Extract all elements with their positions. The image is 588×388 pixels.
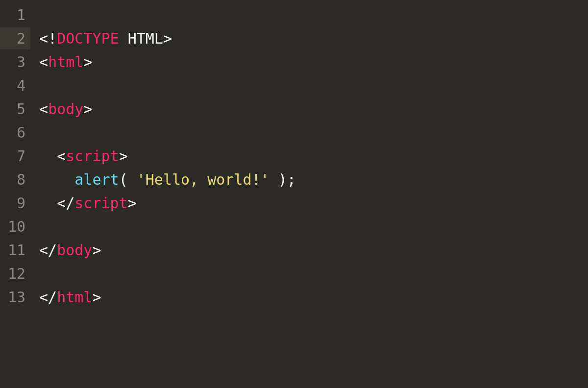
line-number: 1 xyxy=(0,4,30,26)
code-content[interactable]: </html> xyxy=(30,286,101,308)
token-punct: < xyxy=(39,53,48,71)
line-number: 11 xyxy=(0,239,30,261)
token-plain: HTML xyxy=(128,30,163,47)
line-number: 2 xyxy=(0,27,30,49)
token-punct: </ xyxy=(39,242,57,259)
token-string: 'Hello, world!' xyxy=(137,171,270,188)
token-keyword: body xyxy=(48,100,83,118)
line-number: 7 xyxy=(0,145,30,167)
token-punct: < xyxy=(57,147,66,165)
token-plain xyxy=(39,194,57,212)
token-punct: </ xyxy=(39,289,57,306)
token-punct: < xyxy=(39,100,48,118)
code-content[interactable] xyxy=(30,4,39,26)
code-content[interactable]: <body> xyxy=(30,98,92,120)
token-punct: > xyxy=(92,242,101,259)
token-keyword: html xyxy=(48,53,83,71)
token-keyword: html xyxy=(57,289,92,306)
code-line[interactable]: 11 </body> xyxy=(0,239,588,263)
code-content[interactable] xyxy=(30,216,39,238)
line-number: 9 xyxy=(0,192,30,214)
token-punct: > xyxy=(119,147,128,165)
token-punct: </ xyxy=(57,194,74,212)
token-keyword: DOCTYPE xyxy=(57,30,128,47)
token-plain xyxy=(39,147,57,165)
code-content[interactable] xyxy=(30,74,39,97)
token-punct: <! xyxy=(39,30,57,47)
line-number: 3 xyxy=(0,51,30,73)
token-punct: > xyxy=(128,194,137,212)
line-number: 13 xyxy=(0,286,30,308)
line-number: 6 xyxy=(0,121,30,144)
code-content[interactable] xyxy=(30,121,39,144)
token-plain xyxy=(39,171,74,188)
code-content[interactable]: </script> xyxy=(30,192,137,214)
code-content[interactable] xyxy=(30,263,39,285)
code-content[interactable]: </body> xyxy=(30,239,101,261)
token-punct: > xyxy=(92,289,101,306)
token-plain: ( xyxy=(119,171,137,188)
code-line[interactable]: 9 </script> xyxy=(0,192,588,216)
code-content[interactable]: alert( 'Hello, world!' ); xyxy=(30,169,296,191)
line-number: 8 xyxy=(0,169,30,191)
code-line[interactable]: 12 xyxy=(0,263,588,286)
code-line[interactable]: 4 xyxy=(0,74,588,98)
code-line[interactable]: 3 <html> xyxy=(0,51,588,74)
token-func: alert xyxy=(74,171,119,188)
line-number: 12 xyxy=(0,263,30,285)
line-number: 10 xyxy=(0,216,30,238)
code-editor[interactable]: 1 2 <!DOCTYPE HTML>3 <html>4 5 <body>6 7… xyxy=(0,0,588,310)
code-line[interactable]: 10 xyxy=(0,216,588,239)
code-content[interactable]: <html> xyxy=(30,51,92,73)
code-line[interactable]: 13 </html> xyxy=(0,286,588,310)
token-keyword: body xyxy=(57,242,92,259)
code-line[interactable]: 1 xyxy=(0,4,588,27)
line-number: 5 xyxy=(0,98,30,120)
token-punct: > xyxy=(163,30,172,47)
token-punct: > xyxy=(83,53,92,71)
token-punct: > xyxy=(83,100,92,118)
code-content[interactable]: <script> xyxy=(30,145,128,167)
code-line[interactable]: 8 alert( 'Hello, world!' ); xyxy=(0,169,588,192)
code-line[interactable]: 7 <script> xyxy=(0,145,588,169)
code-line[interactable]: 6 xyxy=(0,121,588,145)
line-number: 4 xyxy=(0,74,30,97)
code-content[interactable]: <!DOCTYPE HTML> xyxy=(30,27,172,49)
token-keyword: script xyxy=(66,147,119,165)
token-keyword: script xyxy=(74,194,127,212)
token-plain: ); xyxy=(270,171,296,188)
code-line[interactable]: 2 <!DOCTYPE HTML> xyxy=(0,27,588,51)
code-line[interactable]: 5 <body> xyxy=(0,98,588,121)
